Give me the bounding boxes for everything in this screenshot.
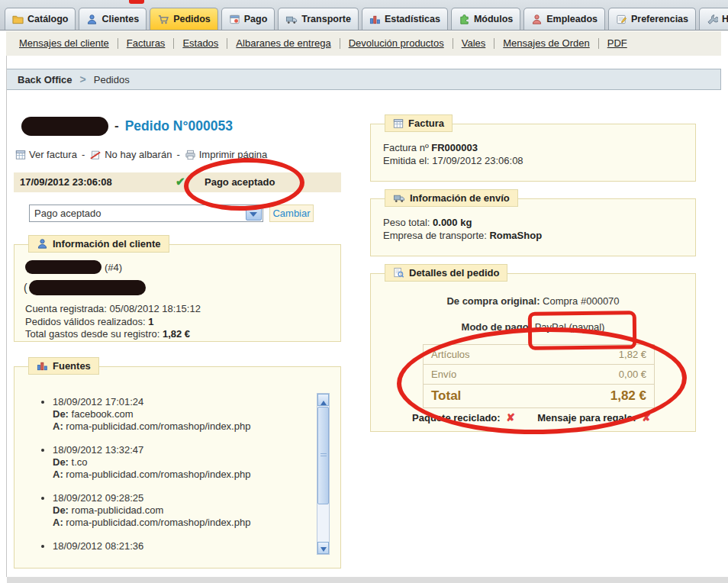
source-date: 18/09/2012 17:01:24	[53, 396, 317, 408]
registered-label: Cuenta registrada:	[25, 303, 107, 314]
x-mark-icon: ✘	[503, 411, 518, 424]
total-value: 1,82 €	[610, 388, 646, 404]
original-order-value: Compra #000070	[543, 295, 619, 307]
customer-email-line: (	[24, 280, 146, 295]
weight-value: 0.000 kg	[433, 217, 472, 228]
sources-title: Fuentes	[53, 360, 91, 372]
submenu-mensajes-del-cliente[interactable]: Mensajes del cliente	[11, 38, 118, 49]
action-separator: -	[176, 149, 179, 160]
breadcrumb: Back Office > Pedidos	[6, 69, 721, 90]
change-status-button[interactable]: Cambiar	[269, 205, 314, 222]
shipping-lines: Peso total: 0.000 kg Empresa de transpor…	[383, 216, 542, 242]
order-flags-line: Paquete reciclado: ✘ Mensaje para regalo…	[371, 411, 695, 424]
submenu-albaranes[interactable]: Albaranes de entrega	[227, 38, 340, 49]
invoice-legend: Factura	[385, 114, 453, 132]
invoice-lines: Factura nº FR000003 Emitida el: 17/09/20…	[383, 141, 523, 167]
customer-info-legend: Información del cliente	[28, 235, 169, 253]
paren-text: (	[24, 282, 27, 294]
tab-modulos[interactable]: Módulos	[451, 8, 520, 30]
x-mark-icon: ✘	[639, 411, 654, 424]
source-item: 18/09/2012 08:21:36	[53, 540, 317, 552]
tab-pedidos[interactable]: Pedidos	[150, 8, 218, 30]
submenu-pdf[interactable]: PDF	[599, 38, 636, 49]
totals-row-total: Total 1,82 €	[424, 385, 654, 407]
bottom-strip	[7, 577, 728, 583]
source-date: 18/09/2012 13:32:47	[53, 444, 317, 456]
sources-scroll-area[interactable]: 18/09/2012 17:01:24 De: facebook.com A: …	[30, 393, 317, 555]
shipping-cost-label: Envío	[431, 369, 456, 380]
customer-info-title: Información del cliente	[53, 238, 161, 250]
sources-legend: Fuentes	[28, 357, 99, 375]
status-label: Pago aceptado	[205, 176, 275, 188]
source-item: 18/09/2012 13:32:47 De: t.co A: roma-pub…	[53, 444, 317, 481]
submenu-mensajes-orden[interactable]: Mensajes de Orden	[494, 38, 598, 49]
tab-catalogo[interactable]: Catálogo	[5, 8, 76, 30]
total-spent-value: 1,82 €	[163, 328, 190, 340]
total-spent-label: Total gastos desde su registro:	[25, 328, 159, 340]
products-value: 1,82 €	[619, 349, 646, 360]
valid-orders-value: 1	[148, 316, 153, 327]
breadcrumb-root[interactable]: Back Office	[18, 74, 72, 85]
document-magnifier-icon	[393, 267, 404, 279]
tab-pago[interactable]: Pago	[221, 8, 275, 30]
tab-clientes[interactable]: Clientes	[79, 8, 147, 30]
order-actions-row: Ver factura - No hay albarán - Imprimir …	[15, 149, 267, 160]
order-details-legend: Detalles del pedido	[385, 264, 507, 282]
customer-name-line: (#4)	[25, 260, 122, 274]
recycled-label: Paquete reciclado:	[412, 412, 501, 424]
registered-value: 05/08/2012 18:15:12	[110, 303, 201, 314]
status-select[interactable]: Pago aceptado	[29, 205, 263, 222]
submenu-estados[interactable]: Estados	[174, 38, 227, 49]
tab-label: Clientes	[101, 14, 139, 24]
payment-method-value: PayPal (paypal)	[535, 321, 605, 333]
scrollbar-thumb[interactable]	[317, 407, 329, 504]
view-invoice-link[interactable]: Ver factura	[15, 149, 77, 160]
tab-label: Empleados	[546, 14, 598, 24]
backoffice-order-page: Catálogo Clientes Pedidos Pago Transport…	[0, 0, 728, 583]
tab-label: Catálogo	[27, 14, 68, 24]
scroll-down-arrow[interactable]	[317, 542, 329, 554]
action-separator: -	[82, 149, 85, 160]
orders-submenu: Mensajes del cliente Facturas Estados Al…	[6, 31, 721, 56]
tab-empleados[interactable]: Empleados	[523, 8, 605, 30]
carrier-label: Empresa de transporte:	[383, 230, 489, 241]
submenu-devolucion[interactable]: Devolución productos	[340, 38, 453, 49]
source-date: 18/09/2012 08:21:36	[53, 540, 317, 552]
sources-scrollbar[interactable]	[317, 393, 330, 555]
red-annotation-dash	[129, 0, 144, 4]
tab-herramientas[interactable]: Herramientas	[699, 8, 728, 30]
no-delivery-slip-label: No hay albarán	[105, 149, 172, 160]
view-invoice-label: Ver factura	[29, 149, 77, 160]
source-from-label: De:	[53, 456, 69, 468]
valid-orders-label: Pedidos válidos realizados:	[25, 316, 146, 327]
order-title-row: - Pedido N°000053	[21, 114, 233, 137]
folder-icon	[12, 14, 24, 25]
source-to: roma-publicidad.com/romashop/index.php	[66, 469, 250, 480]
source-item: 18/09/2012 09:28:25 De: roma-publicidad.…	[53, 492, 317, 529]
invoice-panel: Factura Factura nº FR000003 Emitida el: …	[370, 124, 696, 182]
chevron-down-icon[interactable]	[246, 206, 262, 221]
page-title: Pedido N°000053	[125, 118, 233, 134]
tab-label: Preferencias	[631, 14, 688, 24]
tab-estadisticas[interactable]: Estadísticas	[362, 8, 448, 30]
employee-icon	[531, 14, 543, 25]
submenu-vales[interactable]: Vales	[453, 38, 495, 49]
customer-icon	[37, 238, 48, 250]
scroll-up-arrow[interactable]	[317, 394, 329, 406]
scrollbar-grip	[321, 453, 327, 458]
print-page-link[interactable]: Imprimir página	[185, 149, 268, 160]
source-to-label: A:	[53, 469, 63, 480]
payment-icon	[229, 14, 240, 25]
customer-info-panel: Información del cliente (#4) ( Cuenta re…	[14, 244, 341, 342]
source-to: roma-publicidad.com/romashop/index.php	[66, 517, 250, 528]
tab-label: Módulos	[474, 14, 513, 24]
tab-preferencias[interactable]: Preferencias	[608, 8, 696, 30]
content-left-border	[6, 56, 7, 577]
tab-label: Herramientas	[722, 14, 728, 24]
carrier-value: RomaShop	[489, 230, 542, 241]
tab-transporte[interactable]: Transporte	[278, 8, 359, 30]
redacted-customer-email	[29, 280, 146, 295]
submenu-facturas[interactable]: Facturas	[118, 38, 175, 49]
status-change-row: Pago aceptado Cambiar	[29, 205, 314, 222]
invoice-issued-value: 17/09/2012 23:06:08	[432, 155, 523, 166]
